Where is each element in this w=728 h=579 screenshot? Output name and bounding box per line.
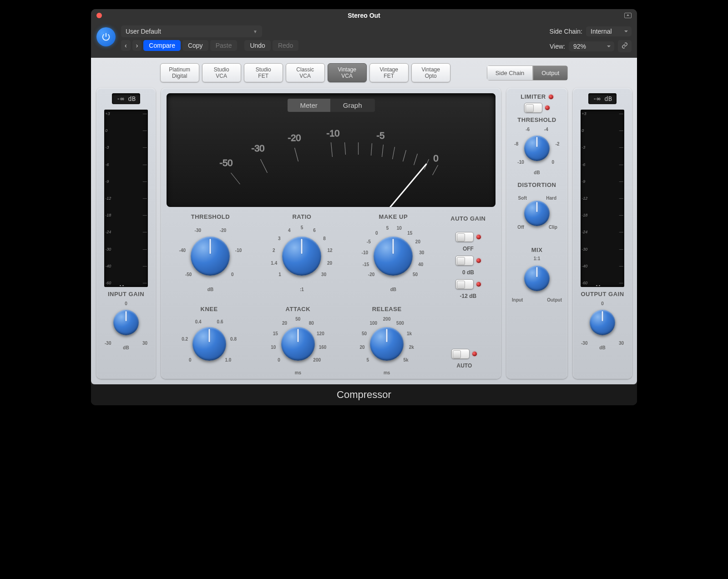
- svg-text:-20: -20: [288, 133, 301, 143]
- model-vintage-fet[interactable]: VintageFET: [369, 63, 409, 82]
- output-gain-label: OUTPUT GAIN: [581, 291, 624, 297]
- input-gain-label: INPUT GAIN: [108, 291, 144, 297]
- sidechain-label: Side Chain:: [550, 28, 582, 35]
- output-meter: +3—0—-3—-6—-9—-12—-18—-24—-30—-40—-60—: [581, 110, 624, 287]
- svg-line-12: [371, 143, 372, 156]
- makeup-knob[interactable]: [374, 237, 413, 276]
- preset-name: User Default: [126, 28, 161, 35]
- svg-line-9: [331, 142, 333, 157]
- link-button[interactable]: [618, 40, 632, 52]
- output-tab[interactable]: Output: [533, 65, 568, 81]
- model-studio-vca[interactable]: StudioVCA: [202, 63, 241, 82]
- autogain-12db-switch[interactable]: [455, 279, 474, 289]
- svg-text:-10: -10: [327, 128, 340, 138]
- compare-button[interactable]: Compare: [143, 40, 181, 51]
- svg-line-19: [368, 164, 427, 207]
- output-gain-knob[interactable]: [590, 310, 615, 335]
- preset-select[interactable]: User Default ▼: [121, 25, 262, 37]
- svg-line-6: [231, 173, 240, 184]
- svg-text:-5: -5: [377, 131, 385, 141]
- svg-text:0: 0: [434, 153, 439, 163]
- threshold-knob[interactable]: [191, 237, 230, 276]
- vu-meter: Meter Graph -50-30 -20-10 -50: [167, 93, 495, 207]
- close-button[interactable]: [96, 13, 102, 18]
- svg-line-7: [261, 159, 268, 173]
- input-meter: +3—0—-3—-6—-9—-12—-18—-24—-30—-40—-60—: [104, 110, 147, 287]
- view-select[interactable]: 92%: [569, 41, 614, 51]
- svg-line-13: [382, 145, 384, 157]
- knee-knob[interactable]: [192, 327, 226, 361]
- output-lcd: -∞ dB: [588, 93, 617, 104]
- autogain-0db-switch[interactable]: [455, 256, 474, 266]
- prev-button[interactable]: ‹: [121, 40, 131, 51]
- next-button[interactable]: ›: [132, 40, 142, 51]
- svg-line-18: [433, 165, 438, 175]
- ratio-knob[interactable]: [282, 237, 321, 276]
- share-icon[interactable]: [624, 13, 632, 18]
- copy-button[interactable]: Copy: [182, 40, 208, 51]
- power-button[interactable]: [96, 27, 116, 46]
- model-classic-vca[interactable]: ClassicVCA: [286, 63, 325, 82]
- view-label: View:: [550, 43, 565, 50]
- distortion-knob[interactable]: [524, 201, 550, 226]
- attack-knob[interactable]: [281, 327, 315, 361]
- model-vintage-vca[interactable]: VintageVCA: [328, 63, 367, 82]
- paste-button[interactable]: Paste: [210, 40, 238, 51]
- release-knob[interactable]: [370, 327, 404, 361]
- svg-line-15: [403, 150, 406, 161]
- mix-knob[interactable]: [524, 266, 550, 291]
- undo-button[interactable]: Undo: [244, 40, 270, 51]
- sidechain-tab[interactable]: Side Chain: [487, 65, 533, 81]
- model-vintage-opto[interactable]: VintageOpto: [411, 63, 450, 82]
- autogain-off-switch[interactable]: [455, 232, 474, 242]
- sidechain-select[interactable]: Internal: [586, 26, 632, 36]
- input-gain-knob[interactable]: [113, 310, 139, 335]
- plugin-name: Compressor: [91, 384, 637, 405]
- svg-text:-30: -30: [252, 143, 265, 153]
- svg-line-16: [414, 154, 418, 165]
- release-auto-switch[interactable]: [451, 349, 470, 359]
- model-platinum-digital[interactable]: PlatinumDigital: [160, 63, 199, 82]
- limiter-threshold-knob[interactable]: [524, 136, 550, 161]
- model-studio-fet[interactable]: StudioFET: [244, 63, 283, 82]
- svg-line-10: [345, 142, 346, 155]
- svg-text:-50: -50: [220, 158, 233, 168]
- svg-line-14: [393, 147, 395, 159]
- input-lcd: -∞ dB: [112, 93, 140, 104]
- window-title: Stereo Out: [348, 12, 380, 19]
- svg-line-8: [295, 148, 298, 161]
- limiter-switch[interactable]: [524, 103, 542, 113]
- redo-button[interactable]: Redo: [273, 40, 298, 51]
